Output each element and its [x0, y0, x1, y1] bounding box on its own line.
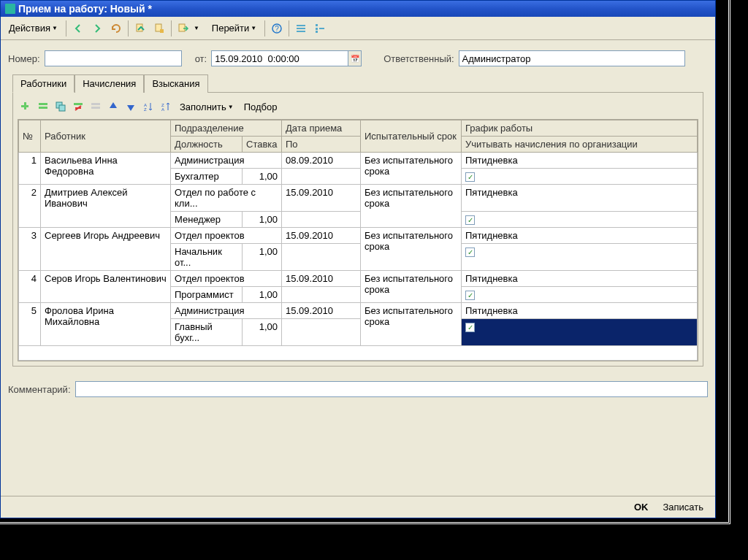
copy-row-icon[interactable] [53, 99, 69, 115]
svg-rect-8 [297, 31, 305, 32]
responsible-input[interactable] [459, 50, 685, 66]
form-row: Номер: от: 📅 Ответственный: [8, 50, 708, 66]
svg-rect-20 [91, 103, 100, 105]
sort-asc-icon[interactable]: AZ [140, 99, 156, 115]
svg-rect-6 [297, 25, 305, 26]
svg-text:?: ? [275, 25, 279, 33]
tabs: Работники Начисления Взыскания [8, 74, 708, 92]
svg-rect-11 [319, 28, 324, 29]
delete-row-icon[interactable] [70, 99, 86, 115]
col-employee[interactable]: Работник [41, 120, 171, 153]
table-row[interactable]: 3Сергеев Игорь АндреевичОтдел проектов15… [19, 228, 698, 244]
refresh-icon[interactable] [107, 20, 125, 37]
col-position[interactable]: Должность [171, 137, 243, 153]
svg-rect-2 [160, 29, 164, 33]
main-toolbar: Действия▼ ▼ Перейти▼ ? [1, 17, 715, 40]
table-row[interactable]: 1Васильева Инна ФедоровнаАдминистрация08… [19, 153, 698, 169]
tree-view-icon[interactable] [311, 20, 329, 37]
svg-rect-3 [179, 24, 185, 31]
fill-menu[interactable]: Заполнить▼ [175, 100, 238, 114]
sort-desc-icon[interactable]: ZA [158, 99, 174, 115]
nav-back-icon[interactable] [69, 20, 87, 37]
checkbox-icon[interactable]: ✓ [465, 291, 475, 300]
ok-button[interactable]: OK [628, 500, 654, 514]
help-icon[interactable]: ? [268, 20, 286, 37]
comment-input[interactable] [75, 381, 709, 397]
document-lock-icon[interactable] [150, 20, 168, 37]
comment-label: Комментарий: [8, 384, 71, 395]
window: Прием на работу: Новый * Действия▼ ▼ Пер… [0, 0, 716, 518]
actions-menu[interactable]: Действия▼ [4, 20, 63, 36]
table-row[interactable]: 4Серов Игорь ВалентиновичОтдел проектов1… [19, 271, 698, 287]
goto-menu[interactable]: Перейти▼ [207, 20, 262, 36]
col-department[interactable]: Подразделение [171, 120, 282, 137]
svg-rect-15 [39, 103, 47, 105]
nav-forward-icon[interactable] [88, 20, 106, 37]
col-num[interactable]: № [19, 120, 41, 153]
svg-rect-21 [91, 107, 100, 109]
move-up-icon[interactable] [105, 99, 121, 115]
tab-deductions[interactable]: Взыскания [144, 74, 207, 93]
sub-toolbar: AZ ZA Заполнить▼ Подбор [18, 97, 698, 119]
edit-row-icon[interactable] [88, 99, 104, 115]
checkbox-icon[interactable]: ✓ [465, 323, 475, 332]
insert-row-icon[interactable] [35, 99, 51, 115]
svg-rect-9 [316, 24, 318, 26]
save-button[interactable]: Записать [657, 500, 709, 514]
table-row[interactable]: 2Дмитриев Алексей ИвановичОтдел по работ… [19, 185, 698, 212]
checkbox-icon[interactable]: ✓ [465, 248, 475, 257]
svg-rect-10 [316, 28, 318, 30]
calendar-icon[interactable]: 📅 [348, 50, 362, 66]
tab-employees[interactable]: Работники [12, 74, 75, 93]
date-label: от: [195, 53, 207, 64]
employees-grid[interactable]: № Работник Подразделение Дата приема Исп… [18, 119, 698, 361]
col-schedule-sub[interactable]: Учитывать начисления по организации [462, 137, 698, 153]
tab-panel: AZ ZA Заполнить▼ Подбор № Работник Подра… [12, 92, 703, 367]
app-icon [5, 4, 15, 14]
col-rate[interactable]: Ставка [243, 137, 282, 153]
add-row-icon[interactable] [18, 99, 34, 115]
svg-rect-12 [316, 31, 318, 33]
col-hire-date[interactable]: Дата приема [282, 120, 361, 137]
svg-rect-7 [297, 28, 305, 29]
footer: OK Записать [1, 496, 715, 518]
responsible-label: Ответственный: [383, 53, 454, 64]
number-input[interactable] [45, 50, 182, 66]
svg-rect-14 [24, 102, 26, 110]
col-schedule[interactable]: График работы [462, 120, 698, 137]
move-down-icon[interactable] [123, 99, 139, 115]
tab-accruals[interactable]: Начисления [75, 74, 144, 93]
pick-button[interactable]: Подбор [240, 100, 282, 114]
checkbox-icon[interactable]: ✓ [465, 215, 475, 225]
titlebar: Прием на работу: Новый * [1, 1, 715, 17]
date-input[interactable] [211, 50, 348, 66]
list-view-icon[interactable] [292, 20, 310, 37]
dropdown-arrow-icon[interactable]: ▼ [194, 25, 199, 31]
checkbox-icon[interactable]: ✓ [465, 172, 475, 182]
svg-rect-18 [59, 105, 65, 111]
svg-rect-19 [74, 103, 83, 105]
window-title: Прием на работу: Новый * [18, 3, 152, 15]
col-hire-date-sub[interactable]: По [282, 137, 361, 153]
table-row[interactable]: 5Фролова Ирина МихайловнаАдминистрация15… [19, 303, 698, 319]
svg-text:Z: Z [144, 107, 147, 112]
svg-rect-16 [39, 107, 47, 109]
col-probation[interactable]: Испытательный срок [361, 120, 462, 153]
svg-text:A: A [161, 107, 164, 112]
number-label: Номер: [8, 53, 40, 64]
document-move-icon[interactable] [175, 20, 192, 37]
post-document-icon[interactable] [131, 20, 149, 37]
